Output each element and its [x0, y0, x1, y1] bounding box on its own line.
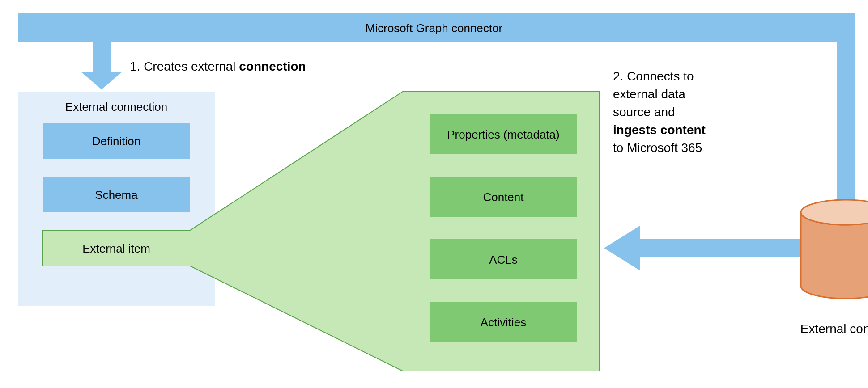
- svg-rect-12: [635, 239, 801, 257]
- step2-caption: 2. Connects to external data source and …: [613, 69, 706, 155]
- activities-box: Activities: [430, 302, 577, 342]
- activities-label: Activities: [481, 316, 527, 329]
- step2-line4: ingests content: [613, 123, 706, 137]
- datastore-label: External content: [800, 322, 868, 336]
- properties-label: Properties (metadata): [447, 128, 559, 141]
- external-item-label: External item: [82, 242, 150, 255]
- step1-caption: 1. Creates external connection: [130, 59, 306, 73]
- schema-box: Schema: [43, 177, 190, 212]
- header-title: Microsoft Graph connector: [366, 21, 503, 35]
- step1-bold: connection: [239, 59, 306, 73]
- step2-line2: external data: [613, 87, 685, 101]
- external-connection-title: External connection: [65, 100, 167, 114]
- acls-box: ACLs: [430, 239, 577, 279]
- properties-box: Properties (metadata): [430, 114, 577, 154]
- content-label: Content: [483, 190, 524, 204]
- content-box: Content: [430, 177, 577, 217]
- step2-line3: source and: [613, 105, 675, 119]
- step2-line5: to Microsoft 365: [613, 141, 702, 155]
- arrow-ingest: [604, 226, 801, 270]
- svg-rect-1: [93, 42, 111, 74]
- step2-line1: 2. Connects to: [613, 69, 694, 83]
- definition-box: Definition: [43, 123, 190, 159]
- step1-prefix: 1. Creates external: [130, 59, 239, 73]
- definition-label: Definition: [92, 135, 140, 148]
- arrow-step2-pipe: [837, 42, 855, 210]
- svg-marker-2: [81, 72, 123, 89]
- external-connection-panel: External connection Definition Schema: [18, 92, 215, 306]
- schema-label: Schema: [95, 188, 138, 202]
- header-bar: Microsoft Graph connector: [18, 13, 855, 42]
- arrow-step1: [81, 42, 123, 89]
- svg-rect-3: [837, 42, 855, 210]
- svg-marker-13: [604, 226, 640, 270]
- acls-label: ACLs: [489, 253, 518, 266]
- datastore-cylinder: [801, 200, 868, 299]
